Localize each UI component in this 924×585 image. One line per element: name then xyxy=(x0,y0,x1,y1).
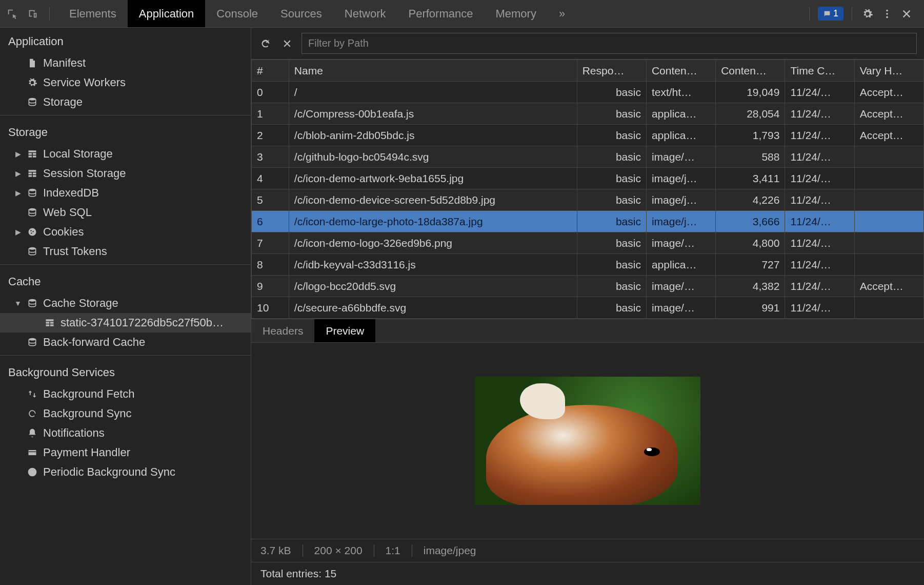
sidebar-item-service-workers[interactable]: Service Workers xyxy=(0,73,251,92)
main-tab-elements[interactable]: Elements xyxy=(58,0,128,27)
table-row[interactable]: 10/c/secure-a66bbdfe.svgbasicimage/…9911… xyxy=(252,297,924,319)
table-row[interactable]: 2/c/blob-anim-2db05bdc.jsbasicapplica…1,… xyxy=(252,125,924,146)
sidebar-item-manifest[interactable]: Manifest xyxy=(0,53,251,73)
filter-input[interactable] xyxy=(302,33,917,54)
sidebar-item-label: IndexedDB xyxy=(43,186,99,200)
cell-cl: 4,800 xyxy=(716,232,785,254)
refresh-icon[interactable] xyxy=(258,36,273,51)
cell-name: /c/icon-demo-device-screen-5d52d8b9.jpg xyxy=(289,189,577,211)
cell-time: 11/24/… xyxy=(785,103,854,125)
cell-time: 11/24/… xyxy=(785,82,854,103)
col-header[interactable]: # xyxy=(252,60,289,82)
sidebar-item-label: Web SQL xyxy=(43,206,92,219)
table-header-row: #NameRespo…Conten…Conten…Time C…Vary H… xyxy=(252,60,924,82)
table-row[interactable]: 1/c/Compress-00b1eafa.jsbasicapplica…28,… xyxy=(252,103,924,125)
tabs-overflow-icon[interactable]: » xyxy=(548,7,576,21)
content-pane: #NameRespo…Conten…Conten…Time C…Vary H… … xyxy=(251,28,924,585)
sidebar-item-cookies[interactable]: ▶Cookies xyxy=(0,222,251,242)
table-row[interactable]: 5/c/icon-demo-device-screen-5d52d8b9.jpg… xyxy=(252,189,924,211)
document-icon xyxy=(27,57,38,69)
card-icon xyxy=(27,447,38,458)
cell-vary xyxy=(854,254,923,276)
col-header[interactable]: Respo… xyxy=(577,60,646,82)
sidebar-item-trust-tokens[interactable]: Trust Tokens xyxy=(0,242,251,261)
col-header[interactable]: Name xyxy=(289,60,577,82)
sidebar-item-periodic-background-sync[interactable]: Periodic Background Sync xyxy=(0,462,251,482)
table-row[interactable]: 6/c/icon-demo-large-photo-18da387a.jpgba… xyxy=(252,211,924,232)
table-row[interactable]: 7/c/icon-demo-logo-326ed9b6.pngbasicimag… xyxy=(252,232,924,254)
main-tab-network[interactable]: Network xyxy=(333,0,397,27)
detail-tab-headers[interactable]: Headers xyxy=(251,319,314,342)
cell-ct: applica… xyxy=(646,125,715,146)
cell-vary xyxy=(854,146,923,168)
svg-point-12 xyxy=(29,338,35,341)
preview-info-bar: 3.7 kB 200 × 200 1:1 image/jpeg xyxy=(251,539,924,562)
cell-idx: 10 xyxy=(252,297,289,319)
table-row[interactable]: 8/c/idb-keyval-c33d3116.jsbasicapplica…7… xyxy=(252,254,924,276)
sidebar-item-label: Storage xyxy=(43,95,83,109)
table-row[interactable]: 0/basictext/ht…19,04911/24/…Accept… xyxy=(252,82,924,103)
main-tab-memory[interactable]: Memory xyxy=(484,0,547,27)
cell-time: 11/24/… xyxy=(785,254,854,276)
sidebar-item-label: Notifications xyxy=(43,426,105,440)
main-tab-performance[interactable]: Performance xyxy=(397,0,484,27)
sidebar-section-background-services: Background Services xyxy=(0,359,251,384)
cell-cl: 727 xyxy=(716,254,785,276)
top-left-tools xyxy=(0,7,58,21)
svg-point-4 xyxy=(29,189,35,191)
sidebar-item-cache-storage[interactable]: ▼Cache Storage xyxy=(0,294,251,313)
bell-icon xyxy=(27,427,38,439)
detail-tab-preview[interactable]: Preview xyxy=(314,319,375,342)
svg-point-3 xyxy=(29,98,35,101)
main-tab-console[interactable]: Console xyxy=(205,0,269,27)
application-sidebar: ApplicationManifestService WorkersStorag… xyxy=(0,28,251,585)
cell-resp: basic xyxy=(577,232,646,254)
col-header[interactable]: Conten… xyxy=(716,60,785,82)
table-icon xyxy=(27,148,38,160)
col-header[interactable]: Vary H… xyxy=(854,60,923,82)
cache-toolbar xyxy=(251,28,924,60)
sidebar-item-background-fetch[interactable]: Background Fetch xyxy=(0,384,251,404)
cell-ct: image/j… xyxy=(646,189,715,211)
inspect-icon[interactable] xyxy=(5,7,19,21)
close-icon[interactable] xyxy=(899,7,914,21)
cell-resp: basic xyxy=(577,168,646,189)
device-toggle-icon[interactable] xyxy=(26,7,40,21)
col-header[interactable]: Conten… xyxy=(646,60,715,82)
gear-icon[interactable] xyxy=(860,7,875,21)
cell-resp: basic xyxy=(577,146,646,168)
sidebar-item-cache-entry[interactable]: static-3741017226db5c27f50b… xyxy=(0,313,251,333)
sidebar-item-background-sync[interactable]: Background Sync xyxy=(0,404,251,423)
col-header[interactable]: Time C… xyxy=(785,60,854,82)
sidebar-item-label: Payment Handler xyxy=(43,446,130,459)
messages-badge[interactable]: 1 xyxy=(818,7,843,21)
clear-icon[interactable] xyxy=(280,36,294,51)
cell-ct: image/… xyxy=(646,232,715,254)
sidebar-item-back-forward-cache[interactable]: Back-forward Cache xyxy=(0,333,251,352)
table-row[interactable]: 9/c/logo-bcc20dd5.svgbasicimage/…4,38211… xyxy=(252,276,924,297)
main-area: ApplicationManifestService WorkersStorag… xyxy=(0,28,924,585)
sidebar-item-session-storage[interactable]: ▶Session Storage xyxy=(0,164,251,183)
table-row[interactable]: 4/c/icon-demo-artwork-9eba1655.jpgbasici… xyxy=(252,168,924,189)
cell-vary xyxy=(854,168,923,189)
sidebar-item-indexeddb[interactable]: ▶IndexedDB xyxy=(0,183,251,203)
chevron-right-icon: ▶ xyxy=(14,189,22,197)
table-row[interactable]: 3/c/github-logo-bc05494c.svgbasicimage/…… xyxy=(252,146,924,168)
cell-vary: Accept… xyxy=(854,125,923,146)
main-tab-application[interactable]: Application xyxy=(128,0,206,27)
cell-cl: 3,666 xyxy=(716,211,785,232)
cell-ct: applica… xyxy=(646,103,715,125)
sidebar-section-application: Application xyxy=(0,28,251,53)
main-tab-sources[interactable]: Sources xyxy=(269,0,333,27)
kebab-menu-icon[interactable] xyxy=(880,7,894,21)
clock-icon xyxy=(27,466,38,478)
sidebar-item-local-storage[interactable]: ▶Local Storage xyxy=(0,144,251,164)
cell-cl: 991 xyxy=(716,297,785,319)
sidebar-item-storage[interactable]: Storage xyxy=(0,92,251,112)
cell-resp: basic xyxy=(577,189,646,211)
cell-cl: 3,411 xyxy=(716,168,785,189)
sidebar-item-web-sql[interactable]: Web SQL xyxy=(0,203,251,222)
sidebar-item-notifications[interactable]: Notifications xyxy=(0,423,251,443)
sidebar-item-payment-handler[interactable]: Payment Handler xyxy=(0,443,251,462)
footer-bar: Total entries: 15 xyxy=(251,562,924,585)
